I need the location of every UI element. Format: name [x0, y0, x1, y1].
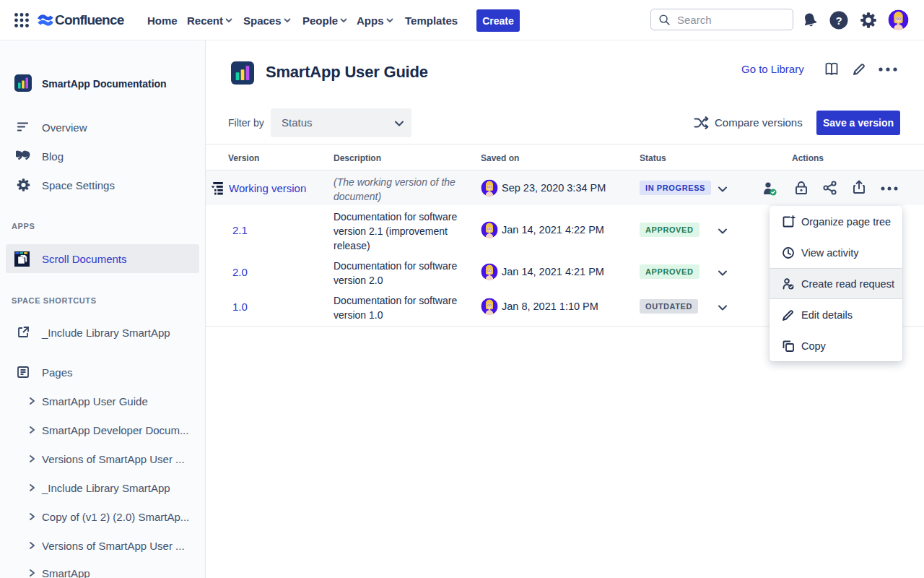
- svg-text:?: ?: [835, 14, 842, 27]
